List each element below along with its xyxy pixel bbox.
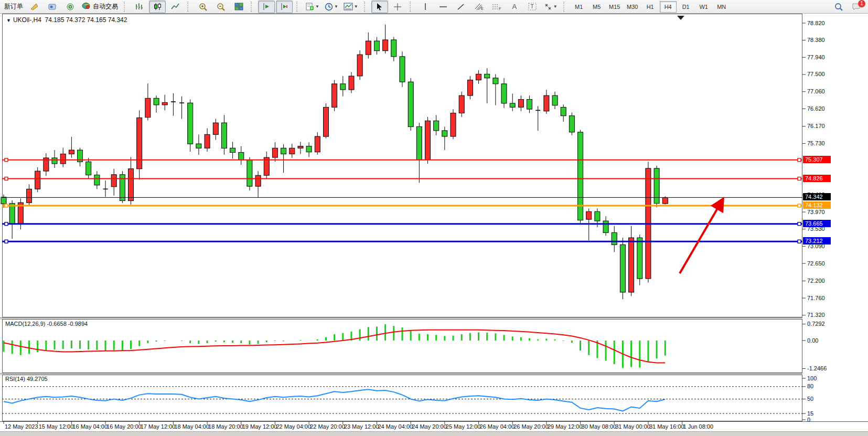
time-tick-label: 17 May 12:00: [141, 423, 176, 430]
time-tick-label: 24 May 20:00: [412, 423, 447, 430]
price-tick-label: 78.380: [807, 37, 825, 43]
text-label-tool-button[interactable]: T: [524, 1, 541, 13]
new-order-button[interactable]: 新订单: [2, 1, 25, 13]
window-bottom-strip: [0, 431, 868, 436]
chart-shift-button[interactable]: [276, 1, 293, 13]
price-tick-label: 77.500: [807, 71, 825, 77]
rsi-axis-label: 50: [807, 396, 813, 402]
vertical-line-tool-button[interactable]: [417, 1, 434, 13]
price-line-label: 74.342: [803, 193, 831, 200]
price-line-label: 73.212: [803, 237, 831, 244]
macd-label: MACD(12,26,9) -0.6658 -0.9894: [5, 321, 88, 327]
time-tick-label: 31 May 00:00: [615, 423, 650, 430]
bar-chart-mode-button[interactable]: [131, 1, 148, 13]
macd-axis-label: 0.7292: [807, 321, 825, 327]
trendline-tool-button[interactable]: [453, 1, 469, 13]
tile-windows-button[interactable]: [230, 1, 247, 13]
macd-axis-label: 0.00: [807, 337, 818, 344]
notification-badge: 1: [858, 0, 865, 7]
time-tick-label: 18 May 20:00: [208, 423, 243, 430]
chevron-down-icon: ▼: [354, 4, 358, 9]
chart-shift-marker-icon[interactable]: [677, 16, 684, 20]
chevron-down-icon: ▼: [334, 4, 338, 9]
time-tick-label: 22 May 04:00: [276, 423, 311, 430]
search-icon[interactable]: [830, 1, 847, 13]
main-chart-pane[interactable]: [2, 14, 802, 317]
timeframe-m15[interactable]: M15: [606, 1, 623, 13]
add-indicator-button[interactable]: ▼: [304, 1, 322, 13]
time-tick-label: 30 May 08:00: [582, 423, 617, 430]
time-tick-label: 12 May 2023: [5, 423, 38, 430]
price-tick-label: 71.760: [807, 295, 825, 301]
timeframe-h4[interactable]: H4: [660, 1, 677, 13]
cursor-tool-button[interactable]: [371, 1, 388, 13]
rsi-axis-label: 80: [807, 383, 813, 389]
time-tick-label: 18 May 04:00: [174, 423, 209, 430]
mt4-window: 新订单 自动交易: [0, 0, 868, 436]
toolbar-separator: [124, 2, 128, 12]
toolbar-separator: [296, 2, 301, 12]
price-line-label: 75.307: [803, 156, 831, 163]
timeframe-d1[interactable]: D1: [678, 1, 694, 13]
price-tick-label: 73.970: [807, 209, 825, 215]
svg-text:E: E: [481, 7, 484, 10]
time-tick-label: 26 May 20:00: [513, 423, 549, 430]
price-tick-label: 76.170: [807, 123, 825, 129]
price-tick-label: 78.820: [807, 20, 825, 26]
fibonacci-tool-button[interactable]: F: [488, 1, 505, 13]
price-line-label: 74.826: [803, 175, 831, 182]
templates-button[interactable]: ▼: [341, 1, 360, 13]
horizontal-line-tool-button[interactable]: [435, 1, 452, 13]
time-tick-label: 19 May 12:00: [242, 423, 277, 430]
rsi-pane[interactable]: [2, 375, 802, 421]
price-tick-label: 71.320: [807, 312, 825, 318]
time-tick-label: 25 May 12:00: [446, 423, 481, 430]
macd-axis-label: -1.2466: [807, 365, 827, 371]
toolbar-separator: [410, 2, 414, 12]
notifications-button[interactable]: 1: [848, 1, 865, 13]
zoom-out-button[interactable]: [212, 1, 229, 13]
timeframe-h1[interactable]: H1: [642, 1, 659, 13]
ohlc-values: 74.185 74.372 74.165 74.342: [45, 16, 127, 24]
symbol-period-label: UKOil-,H4: [13, 16, 41, 24]
time-tick-label: 23 May 12:00: [344, 423, 379, 430]
price-tick-label: 77.940: [807, 54, 825, 60]
autotrading-label: 自动交易: [93, 2, 118, 11]
periods-button[interactable]: ▼: [323, 1, 340, 13]
autotrading-icon: [82, 2, 91, 11]
timeframe-m5[interactable]: M5: [588, 1, 605, 13]
time-tick-label: 16 May 20:00: [106, 423, 142, 430]
chart-title: ▼UKOil-,H4 74.185 74.372 74.165 74.342: [6, 16, 127, 24]
crosshair-tool-button[interactable]: [389, 1, 406, 13]
price-line-label: 73.665: [803, 220, 831, 227]
timeframe-m1[interactable]: M1: [571, 1, 587, 13]
timeframe-mn[interactable]: MN: [713, 1, 730, 13]
autoscroll-button[interactable]: [258, 1, 275, 13]
sound-icon[interactable]: [26, 1, 43, 13]
arrows-tool-button[interactable]: ▼: [542, 1, 560, 13]
news-icon[interactable]: [62, 1, 79, 13]
svg-text:F: F: [499, 7, 501, 10]
text-tool-button[interactable]: A: [506, 1, 523, 13]
autotrading-button[interactable]: 自动交易: [80, 1, 120, 13]
toolbar-separator: [187, 2, 192, 12]
chart-menu-triangle-icon[interactable]: ▼: [6, 18, 11, 23]
zoom-in-button[interactable]: [195, 1, 211, 13]
macd-pane[interactable]: [2, 319, 802, 373]
rsi-axis-label: 15: [807, 410, 813, 417]
time-tick-label: 15 May 12:00: [39, 423, 74, 430]
price-line-label: 74.132: [803, 201, 831, 209]
time-tick-label: 16 May 04:00: [72, 423, 108, 430]
timeframe-w1[interactable]: W1: [695, 1, 712, 13]
time-tick-label: 22 May 20:00: [310, 423, 345, 430]
line-chart-mode-button[interactable]: [167, 1, 184, 13]
toolbar: 新订单 自动交易: [0, 0, 868, 14]
timeframe-m30[interactable]: M30: [624, 1, 641, 13]
time-tick-label: 1 Jun 08:00: [683, 423, 714, 430]
price-tick-label: 76.620: [807, 105, 825, 112]
price-tick-label: 72.200: [807, 278, 825, 284]
time-tick-label: 31 May 16:00: [649, 423, 684, 430]
equidistant-channel-tool-button[interactable]: E: [470, 1, 487, 13]
candlestick-mode-button[interactable]: [149, 1, 166, 13]
market-depth-icon[interactable]: [44, 1, 61, 13]
